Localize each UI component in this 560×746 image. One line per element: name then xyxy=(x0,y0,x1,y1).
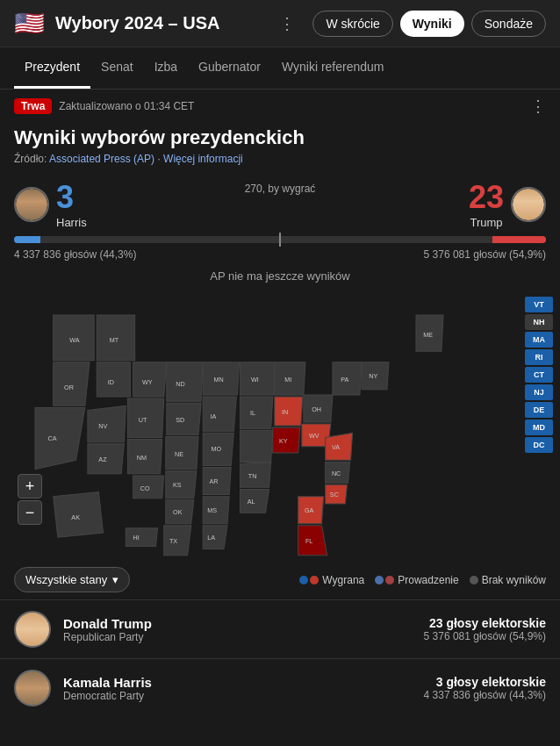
more-menu-icon[interactable]: ⋮ xyxy=(279,14,295,33)
zoom-controls: + − xyxy=(18,474,42,525)
state-md-box[interactable]: MD xyxy=(525,420,553,435)
trump-list-avatar xyxy=(14,611,51,648)
state-ut[interactable] xyxy=(127,398,163,437)
legend-lead: Prowadzenie xyxy=(375,574,458,586)
state-oh[interactable] xyxy=(304,395,333,422)
harris-results: 3 głosy elektorskie 4 337 836 głosów (44… xyxy=(424,675,546,701)
state-nh-box[interactable]: NH xyxy=(525,314,553,330)
candidates-row: 3 Harris 270, by wygrać 23 Trump xyxy=(0,174,560,234)
tab-gubernator[interactable]: Gubernator xyxy=(188,47,271,89)
state-mt[interactable] xyxy=(97,315,134,361)
state-sc[interactable] xyxy=(326,484,348,504)
nav-tabs: Prezydent Senat Izba Gubernator Wyniki r… xyxy=(0,47,560,90)
state-va[interactable] xyxy=(326,433,353,460)
progress-bar xyxy=(14,236,546,243)
trump-electoral: 23 głosy elektorskie xyxy=(424,616,546,630)
trump-votes: 5 376 081 głosów (54,9%) xyxy=(424,248,546,261)
tab-senat[interactable]: Senat xyxy=(90,47,144,89)
legend-red-lead-dot xyxy=(385,576,394,585)
flag-icon: 🇺🇸 xyxy=(14,9,45,38)
state-filter-select[interactable]: Wszystkie stany ▾ xyxy=(14,567,130,592)
state-dc-box[interactable]: DC xyxy=(525,437,553,453)
status-bar: Trwa Zaktualizowano o 01:34 CET ⋮ xyxy=(0,90,560,123)
state-wi[interactable] xyxy=(241,362,276,395)
state-ar[interactable] xyxy=(203,468,231,495)
state-tn-area xyxy=(241,430,273,462)
state-ga[interactable] xyxy=(298,497,324,524)
state-pa[interactable] xyxy=(333,362,362,395)
state-ks[interactable] xyxy=(166,471,197,499)
trump-score: 23 xyxy=(469,179,504,216)
ap-notice: AP nie ma jeszcze wyników xyxy=(0,266,560,288)
status-more-icon[interactable]: ⋮ xyxy=(530,97,546,116)
ne-states-panel: VT NH MA RI CT NJ DE MD DC xyxy=(525,297,553,453)
w-skrocie-button[interactable]: W skrócie xyxy=(312,11,392,37)
candidate-item-trump[interactable]: Donald Trump Republican Party 23 głosy e… xyxy=(0,599,560,658)
state-la[interactable] xyxy=(203,526,227,549)
state-sd[interactable] xyxy=(167,403,201,434)
trump-candidate: 23 Trump xyxy=(469,179,546,229)
state-mn[interactable] xyxy=(203,362,239,395)
state-wa[interactable] xyxy=(54,315,94,361)
source-link-more[interactable]: Więcej informacji xyxy=(163,153,243,165)
state-mi[interactable] xyxy=(275,362,305,395)
filter-label: Wszystkie stany xyxy=(25,573,107,586)
trump-name: Trump xyxy=(469,216,504,229)
candidate-item-harris[interactable]: Kamala Harris Democratic Party 3 głosy e… xyxy=(0,658,560,717)
state-de-box[interactable]: DE xyxy=(525,402,553,418)
tab-prezydent[interactable]: Prezydent xyxy=(14,47,90,89)
tab-referendum[interactable]: Wyniki referendum xyxy=(271,47,395,89)
source-link-ap[interactable]: Associated Press (AP) xyxy=(49,153,154,165)
sondaze-button[interactable]: Sondaże xyxy=(471,11,546,37)
wyniki-button[interactable]: Wyniki xyxy=(400,11,464,37)
state-al[interactable] xyxy=(241,489,269,513)
trump-votes-list: 5 376 081 głosów (54,9%) xyxy=(424,630,546,642)
state-ca[interactable] xyxy=(35,407,85,469)
state-il[interactable] xyxy=(241,397,273,428)
header-buttons: W skrócie Wyniki Sondaże xyxy=(312,11,546,37)
state-fl[interactable] xyxy=(298,526,327,556)
harris-info: Kamala Harris Democratic Party xyxy=(63,675,412,702)
state-me[interactable] xyxy=(416,315,443,351)
harris-avatar xyxy=(14,187,49,222)
trump-list-party: Republican Party xyxy=(63,631,412,643)
trump-info: Donald Trump Republican Party xyxy=(63,616,412,643)
tab-izba[interactable]: Izba xyxy=(144,47,188,89)
state-ak[interactable] xyxy=(54,492,104,538)
progress-container xyxy=(0,234,560,247)
state-vt-box[interactable]: VT xyxy=(525,297,553,312)
state-ny[interactable] xyxy=(362,362,389,390)
state-wy[interactable] xyxy=(133,362,167,397)
state-id[interactable] xyxy=(97,362,130,397)
state-az[interactable] xyxy=(88,444,124,474)
harris-electoral: 3 głosy elektorskie xyxy=(424,675,546,689)
legend: Wygrana Prowadzenie Brak wyników xyxy=(299,574,546,586)
state-hi[interactable] xyxy=(126,528,157,547)
state-ct-box[interactable]: CT xyxy=(525,367,553,383)
state-tn[interactable] xyxy=(241,462,271,487)
zoom-out-button[interactable]: − xyxy=(18,500,42,525)
state-or[interactable] xyxy=(54,362,90,406)
state-nm[interactable] xyxy=(127,440,162,474)
state-nv[interactable] xyxy=(88,405,126,441)
state-nd[interactable] xyxy=(167,362,203,401)
state-ia[interactable] xyxy=(203,397,236,431)
state-in[interactable] xyxy=(275,397,303,426)
state-ne[interactable] xyxy=(166,436,198,469)
progress-marker xyxy=(279,233,281,247)
legend-grey-dot xyxy=(470,576,478,585)
progress-red xyxy=(492,236,546,243)
state-nc[interactable] xyxy=(326,462,350,483)
state-ky[interactable] xyxy=(273,427,300,453)
state-mo[interactable] xyxy=(203,433,233,465)
legend-win-label: Wygrana xyxy=(322,574,364,586)
state-ok[interactable] xyxy=(166,500,194,524)
state-co[interactable] xyxy=(133,476,164,499)
harris-score: 3 xyxy=(56,179,87,216)
state-tx[interactable] xyxy=(164,526,191,556)
state-ms[interactable] xyxy=(203,497,229,524)
zoom-in-button[interactable]: + xyxy=(18,474,42,499)
state-ma-box[interactable]: MA xyxy=(525,332,553,348)
state-nj-box[interactable]: NJ xyxy=(525,384,553,400)
state-ri-box[interactable]: RI xyxy=(525,349,553,365)
